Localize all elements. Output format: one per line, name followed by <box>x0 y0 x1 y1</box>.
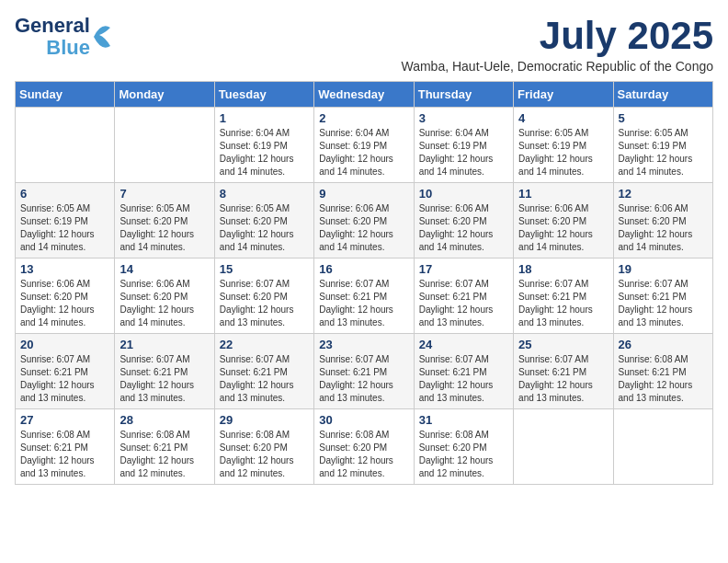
day-info: Sunrise: 6:08 AM Sunset: 6:20 PM Dayligh… <box>419 429 508 480</box>
calendar-cell: 31Sunrise: 6:08 AM Sunset: 6:20 PM Dayli… <box>414 409 513 485</box>
day-number: 27 <box>20 413 109 427</box>
day-info: Sunrise: 6:07 AM Sunset: 6:21 PM Dayligh… <box>419 278 508 329</box>
day-number: 8 <box>220 187 309 201</box>
day-number: 1 <box>220 111 309 125</box>
day-number: 14 <box>119 262 209 276</box>
day-info: Sunrise: 6:04 AM Sunset: 6:19 PM Dayligh… <box>319 127 408 178</box>
day-number: 31 <box>419 413 508 427</box>
day-info: Sunrise: 6:04 AM Sunset: 6:19 PM Dayligh… <box>419 127 508 178</box>
week-row-4: 20Sunrise: 6:07 AM Sunset: 6:21 PM Dayli… <box>16 334 713 409</box>
day-info: Sunrise: 6:05 AM Sunset: 6:20 PM Dayligh… <box>220 202 309 254</box>
weekday-header-friday: Friday <box>514 82 613 108</box>
month-title: July 2025 <box>401 15 713 57</box>
day-info: Sunrise: 6:07 AM Sunset: 6:21 PM Dayligh… <box>518 353 608 405</box>
day-number: 21 <box>119 338 209 351</box>
calendar-cell: 4Sunrise: 6:05 AM Sunset: 6:19 PM Daylig… <box>514 108 613 183</box>
weekday-header-tuesday: Tuesday <box>214 82 313 108</box>
calendar-cell: 27Sunrise: 6:08 AM Sunset: 6:21 PM Dayli… <box>16 409 115 485</box>
calendar-cell: 18Sunrise: 6:07 AM Sunset: 6:21 PM Dayli… <box>514 259 613 334</box>
day-number: 19 <box>619 262 708 276</box>
day-info: Sunrise: 6:08 AM Sunset: 6:21 PM Dayligh… <box>20 429 109 480</box>
weekday-header-monday: Monday <box>115 82 214 108</box>
weekday-header-saturday: Saturday <box>613 82 712 108</box>
day-info: Sunrise: 6:06 AM Sunset: 6:20 PM Dayligh… <box>119 278 209 329</box>
day-info: Sunrise: 6:08 AM Sunset: 6:20 PM Dayligh… <box>319 429 408 480</box>
weekday-header-sunday: Sunday <box>16 82 115 108</box>
weekday-header-wednesday: Wednesday <box>314 82 414 108</box>
day-info: Sunrise: 6:05 AM Sunset: 6:19 PM Dayligh… <box>518 127 608 178</box>
logo-text-general: General <box>15 15 90 37</box>
day-number: 4 <box>518 111 608 125</box>
calendar-cell: 29Sunrise: 6:08 AM Sunset: 6:20 PM Dayli… <box>214 409 313 485</box>
day-info: Sunrise: 6:06 AM Sunset: 6:20 PM Dayligh… <box>619 202 708 254</box>
week-row-2: 6Sunrise: 6:05 AM Sunset: 6:19 PM Daylig… <box>16 183 713 259</box>
day-number: 24 <box>419 338 508 351</box>
calendar-cell: 2Sunrise: 6:04 AM Sunset: 6:19 PM Daylig… <box>314 108 414 183</box>
day-number: 3 <box>419 111 508 125</box>
calendar-cell: 15Sunrise: 6:07 AM Sunset: 6:20 PM Dayli… <box>214 259 313 334</box>
calendar-cell: 14Sunrise: 6:06 AM Sunset: 6:20 PM Dayli… <box>115 259 214 334</box>
week-row-3: 13Sunrise: 6:06 AM Sunset: 6:20 PM Dayli… <box>16 259 713 334</box>
calendar-cell <box>613 409 712 485</box>
calendar-cell: 22Sunrise: 6:07 AM Sunset: 6:21 PM Dayli… <box>214 334 313 409</box>
weekday-header-row: SundayMondayTuesdayWednesdayThursdayFrid… <box>16 82 713 108</box>
calendar-cell: 16Sunrise: 6:07 AM Sunset: 6:21 PM Dayli… <box>314 259 414 334</box>
day-info: Sunrise: 6:08 AM Sunset: 6:21 PM Dayligh… <box>119 429 209 480</box>
day-info: Sunrise: 6:07 AM Sunset: 6:21 PM Dayligh… <box>20 353 109 405</box>
calendar-cell <box>514 409 613 485</box>
page-header: General Blue July 2025 Wamba, Haut-Uele,… <box>15 15 713 74</box>
day-info: Sunrise: 6:07 AM Sunset: 6:20 PM Dayligh… <box>220 278 309 329</box>
day-number: 30 <box>319 413 408 427</box>
day-number: 15 <box>220 262 309 276</box>
day-info: Sunrise: 6:08 AM Sunset: 6:20 PM Dayligh… <box>220 429 309 480</box>
day-number: 22 <box>220 338 309 351</box>
day-info: Sunrise: 6:08 AM Sunset: 6:21 PM Dayligh… <box>619 353 708 405</box>
week-row-5: 27Sunrise: 6:08 AM Sunset: 6:21 PM Dayli… <box>16 409 713 485</box>
calendar-cell <box>115 108 214 183</box>
day-number: 23 <box>319 338 408 351</box>
location-title: Wamba, Haut-Uele, Democratic Republic of… <box>401 59 713 74</box>
calendar-cell: 30Sunrise: 6:08 AM Sunset: 6:20 PM Dayli… <box>314 409 414 485</box>
day-info: Sunrise: 6:06 AM Sunset: 6:20 PM Dayligh… <box>20 278 109 329</box>
day-info: Sunrise: 6:07 AM Sunset: 6:21 PM Dayligh… <box>119 353 209 405</box>
week-row-1: 1Sunrise: 6:04 AM Sunset: 6:19 PM Daylig… <box>16 108 713 183</box>
day-number: 6 <box>20 187 109 201</box>
calendar-cell: 23Sunrise: 6:07 AM Sunset: 6:21 PM Dayli… <box>314 334 414 409</box>
calendar-cell: 10Sunrise: 6:06 AM Sunset: 6:20 PM Dayli… <box>414 183 513 259</box>
calendar-cell: 6Sunrise: 6:05 AM Sunset: 6:19 PM Daylig… <box>16 183 115 259</box>
calendar-table: SundayMondayTuesdayWednesdayThursdayFrid… <box>15 81 713 485</box>
day-info: Sunrise: 6:06 AM Sunset: 6:20 PM Dayligh… <box>319 202 408 254</box>
calendar-cell: 25Sunrise: 6:07 AM Sunset: 6:21 PM Dayli… <box>514 334 613 409</box>
calendar-cell: 13Sunrise: 6:06 AM Sunset: 6:20 PM Dayli… <box>16 259 115 334</box>
weekday-header-thursday: Thursday <box>414 82 513 108</box>
day-number: 13 <box>20 262 109 276</box>
calendar-cell <box>16 108 115 183</box>
calendar-cell: 26Sunrise: 6:08 AM Sunset: 6:21 PM Dayli… <box>613 334 712 409</box>
calendar-cell: 5Sunrise: 6:05 AM Sunset: 6:19 PM Daylig… <box>613 108 712 183</box>
day-info: Sunrise: 6:05 AM Sunset: 6:19 PM Dayligh… <box>619 127 708 178</box>
day-number: 11 <box>518 187 608 201</box>
logo-bird-icon <box>92 20 112 53</box>
day-number: 18 <box>518 262 608 276</box>
calendar-cell: 24Sunrise: 6:07 AM Sunset: 6:21 PM Dayli… <box>414 334 513 409</box>
calendar-cell: 8Sunrise: 6:05 AM Sunset: 6:20 PM Daylig… <box>214 183 313 259</box>
day-info: Sunrise: 6:07 AM Sunset: 6:21 PM Dayligh… <box>220 353 309 405</box>
day-info: Sunrise: 6:07 AM Sunset: 6:21 PM Dayligh… <box>319 278 408 329</box>
day-number: 28 <box>119 413 209 427</box>
day-info: Sunrise: 6:07 AM Sunset: 6:21 PM Dayligh… <box>319 353 408 405</box>
day-number: 5 <box>619 111 708 125</box>
calendar-cell: 28Sunrise: 6:08 AM Sunset: 6:21 PM Dayli… <box>115 409 214 485</box>
calendar-cell: 3Sunrise: 6:04 AM Sunset: 6:19 PM Daylig… <box>414 108 513 183</box>
day-number: 25 <box>518 338 608 351</box>
calendar-cell: 12Sunrise: 6:06 AM Sunset: 6:20 PM Dayli… <box>613 183 712 259</box>
day-info: Sunrise: 6:05 AM Sunset: 6:19 PM Dayligh… <box>20 202 109 254</box>
calendar-cell: 20Sunrise: 6:07 AM Sunset: 6:21 PM Dayli… <box>16 334 115 409</box>
day-number: 29 <box>220 413 309 427</box>
logo-text-blue: Blue <box>46 37 90 59</box>
title-section: July 2025 Wamba, Haut-Uele, Democratic R… <box>401 15 713 74</box>
day-number: 20 <box>20 338 109 351</box>
day-info: Sunrise: 6:07 AM Sunset: 6:21 PM Dayligh… <box>619 278 708 329</box>
day-number: 17 <box>419 262 508 276</box>
calendar-cell: 7Sunrise: 6:05 AM Sunset: 6:20 PM Daylig… <box>115 183 214 259</box>
logo: General Blue <box>15 15 112 59</box>
